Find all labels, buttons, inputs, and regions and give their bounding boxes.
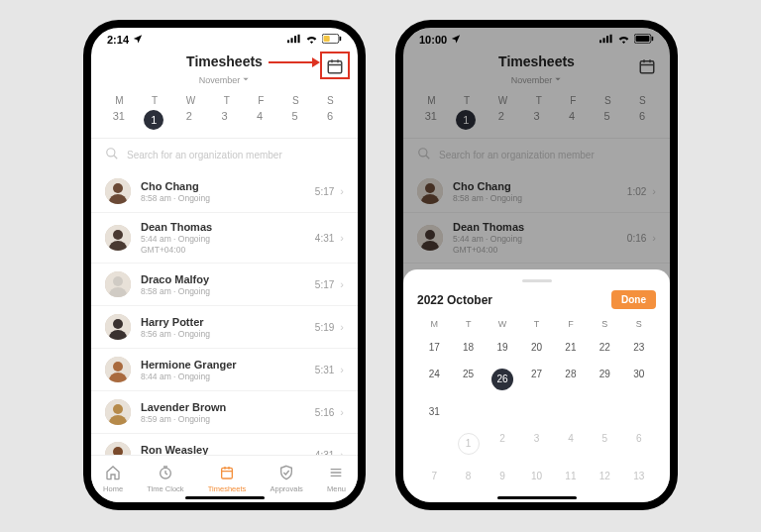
date-cell[interactable]: 31 (109, 110, 129, 130)
cal-day[interactable]: 2 (486, 430, 519, 458)
cal-day[interactable]: 27 (519, 366, 553, 393)
status-bar: 2:14 (91, 28, 358, 52)
member-row[interactable]: Harry Potter8:56 am · Ongoing5:19› (91, 306, 358, 349)
cal-day[interactable]: 17 (417, 339, 451, 356)
cal-weekday: S (588, 319, 621, 329)
done-button[interactable]: Done (611, 290, 656, 309)
search-input[interactable]: Search for an organization member (91, 139, 358, 170)
cal-day[interactable]: 8 (451, 468, 485, 484)
date-cell[interactable]: 4 (250, 110, 270, 130)
weekday-label: T (152, 95, 158, 106)
sheet-handle[interactable] (522, 279, 552, 282)
cal-day[interactable]: 4 (554, 430, 588, 458)
cal-day[interactable]: 10 (519, 468, 553, 484)
svg-rect-3 (298, 35, 300, 43)
phone-right: 10:00 Timesheets November (395, 20, 678, 510)
date-cell[interactable]: 6 (320, 110, 340, 130)
weekday-label: W (186, 95, 195, 106)
sheet-title: 2022 October (417, 293, 492, 307)
cal-day[interactable]: 28 (554, 366, 588, 393)
svg-point-23 (113, 319, 123, 329)
svg-rect-35 (222, 468, 233, 479)
home-indicator[interactable] (185, 496, 265, 499)
avatar (105, 225, 131, 251)
member-time: 5:19 (315, 322, 334, 333)
chevron-right-icon: › (340, 364, 344, 375)
member-row[interactable]: Lavender Brown8:59 am · Ongoing5:16› (91, 391, 358, 434)
member-time: 4:31 (315, 233, 334, 244)
cal-day[interactable]: 1 (451, 430, 485, 458)
cal-day[interactable]: 22 (588, 339, 621, 356)
cal-day (486, 403, 519, 420)
calendar-grid[interactable]: MTWTFSS171819202122232425262728293031123… (417, 319, 656, 484)
member-sub: 8:58 am · Ongoing (141, 193, 315, 203)
svg-rect-6 (340, 37, 342, 42)
weekday-label: S (327, 95, 334, 106)
cal-day[interactable]: 24 (417, 366, 451, 393)
tab-label: Time Clock (147, 484, 183, 493)
tab-home[interactable]: Home (103, 465, 123, 493)
member-row[interactable]: Draco Malfoy8:58 am · Ongoing5:17› (91, 264, 358, 306)
cal-day[interactable]: 26 (486, 366, 519, 393)
cal-weekday: M (417, 319, 451, 329)
member-sub: 8:59 am · Ongoing (141, 414, 315, 424)
cal-day[interactable]: 20 (519, 339, 553, 356)
member-row[interactable]: Dean Thomas5:44 am · OngoingGMT+04:004:3… (91, 213, 358, 264)
cal-weekday: T (519, 319, 553, 329)
tab-time-clock[interactable]: Time Clock (147, 465, 183, 493)
member-row[interactable]: Cho Chang8:58 am · Ongoing5:17› (91, 170, 358, 213)
date-row[interactable]: 31123456 (91, 110, 358, 139)
weekday-label: M (115, 95, 123, 106)
cal-day[interactable]: 12 (588, 468, 621, 484)
cal-day[interactable]: 31 (417, 403, 451, 420)
cal-day[interactable]: 18 (451, 339, 485, 356)
avatar (105, 357, 131, 382)
svg-point-26 (113, 362, 123, 372)
member-name: Dean Thomas (141, 221, 315, 233)
date-cell[interactable]: 5 (285, 110, 305, 130)
cal-weekday: F (554, 319, 588, 329)
member-name: Cho Chang (141, 180, 315, 192)
weekday-label: T (224, 95, 230, 106)
cal-day[interactable]: 19 (486, 339, 519, 356)
cal-day[interactable]: 23 (622, 339, 656, 356)
cal-day[interactable]: 5 (588, 430, 621, 458)
svg-rect-5 (324, 36, 330, 42)
member-sub: 8:44 am · Ongoing (141, 372, 315, 381)
cal-day (451, 403, 485, 420)
member-name: Draco Malfoy (141, 273, 315, 285)
date-cell[interactable]: 3 (214, 110, 234, 130)
cal-day (588, 403, 621, 420)
month-selector[interactable]: November (199, 75, 251, 85)
cal-day[interactable]: 11 (554, 468, 588, 484)
cal-day[interactable]: 25 (451, 366, 485, 393)
phone-left: 2:14 Timesheets November (83, 20, 366, 510)
svg-point-17 (113, 230, 123, 240)
avatar (105, 178, 131, 204)
tab-icon (278, 465, 294, 482)
cal-day[interactable]: 21 (554, 339, 588, 356)
cal-day[interactable]: 29 (588, 366, 621, 393)
tab-icon (158, 465, 173, 482)
cal-day[interactable]: 9 (486, 468, 519, 484)
cal-day[interactable]: 13 (622, 468, 656, 484)
member-name: Lavender Brown (141, 401, 315, 413)
cal-day[interactable]: 7 (417, 468, 451, 484)
cal-day[interactable]: 6 (622, 430, 656, 458)
date-cell[interactable]: 1 (144, 110, 163, 130)
tab-icon (105, 465, 121, 482)
home-indicator[interactable] (497, 496, 577, 499)
tab-label: Approvals (271, 484, 303, 493)
tab-approvals[interactable]: Approvals (271, 465, 303, 493)
tab-menu[interactable]: Menu (327, 465, 346, 493)
date-picker-sheet: 2022 October Done MTWTFSS171819202122232… (403, 269, 670, 502)
svg-rect-0 (287, 40, 289, 43)
cal-day[interactable]: 30 (622, 366, 656, 393)
date-cell[interactable]: 2 (179, 110, 199, 130)
cal-day[interactable]: 3 (519, 430, 553, 458)
tab-icon (219, 465, 235, 482)
svg-point-11 (107, 149, 115, 157)
tab-timesheets[interactable]: Timesheets (208, 465, 247, 493)
member-time: 5:16 (315, 407, 334, 418)
member-row[interactable]: Hermione Granger8:44 am · Ongoing5:31› (91, 349, 358, 391)
